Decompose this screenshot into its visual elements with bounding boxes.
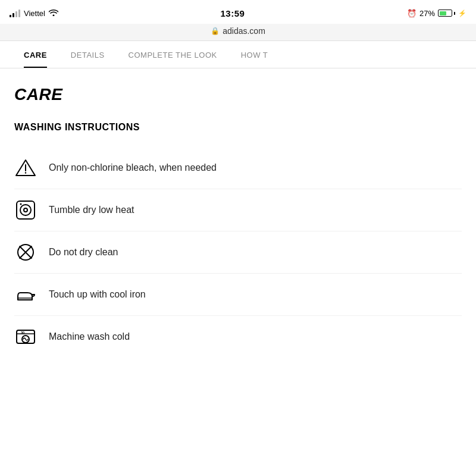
svg-rect-3 [17, 201, 35, 219]
machine-wash-icon: 30 [14, 325, 37, 348]
alarm-icon: ⏰ [407, 9, 416, 18]
tab-care[interactable]: CARE [12, 41, 59, 68]
svg-rect-11 [17, 330, 35, 343]
no-dry-clean-icon [14, 241, 37, 264]
svg-text:30: 30 [21, 331, 24, 334]
main-content: CARE WASHING INSTRUCTIONS Only non-chlor… [0, 68, 476, 372]
charging-icon: ⚡ [458, 10, 466, 17]
battery-indicator [438, 10, 455, 17]
list-item: Only non-chlorine bleach, when needed [14, 147, 462, 189]
tab-howto[interactable]: HOW T [229, 41, 280, 68]
status-bar: Viettel 13:59 ⏰ 27% ⚡ [0, 0, 476, 24]
status-left: Viettel [10, 8, 58, 18]
list-item: Do not dry clean [14, 231, 462, 274]
tab-details[interactable]: DETAILS [59, 41, 117, 68]
list-item: Touch up with cool iron [14, 274, 462, 316]
bleach-icon [14, 156, 37, 179]
battery-percent: 27% [419, 9, 435, 18]
tumble-dry-text: Tumble dry low heat [49, 205, 134, 215]
page-title: CARE [14, 85, 462, 104]
battery-fill [440, 11, 446, 15]
tumble-dry-icon [14, 199, 37, 221]
svg-point-4 [20, 205, 31, 215]
tab-complete-the-look[interactable]: COMPLETE THE LOOK [117, 41, 229, 68]
care-instructions-list: Only non-chlorine bleach, when needed Tu… [14, 147, 462, 358]
iron-icon [14, 283, 37, 306]
bleach-text: Only non-chlorine bleach, when needed [49, 162, 217, 173]
battery-tip [454, 12, 455, 15]
address-bar[interactable]: 🔒 adidas.com [0, 24, 476, 41]
signal-icon [10, 9, 20, 17]
svg-point-2 [25, 172, 26, 173]
washing-instructions-title: WASHING INSTRUCTIONS [14, 122, 462, 133]
machine-wash-text: Machine wash cold [49, 331, 130, 342]
url-text: adidas.com [223, 26, 265, 36]
status-right: ⏰ 27% ⚡ [407, 9, 466, 18]
nav-tabs: CARE DETAILS COMPLETE THE LOOK HOW T [0, 41, 476, 68]
iron-text: Touch up with cool iron [49, 289, 146, 300]
list-item: 30 Machine wash cold [14, 316, 462, 358]
wifi-icon [49, 8, 58, 18]
svg-point-5 [24, 208, 27, 212]
clock: 13:59 [221, 8, 245, 18]
battery-body [438, 10, 452, 17]
no-dry-clean-text: Do not dry clean [49, 247, 118, 258]
svg-point-6 [20, 203, 22, 205]
list-item: Tumble dry low heat [14, 189, 462, 231]
carrier-name: Viettel [24, 9, 45, 18]
lock-icon: 🔒 [211, 27, 220, 35]
